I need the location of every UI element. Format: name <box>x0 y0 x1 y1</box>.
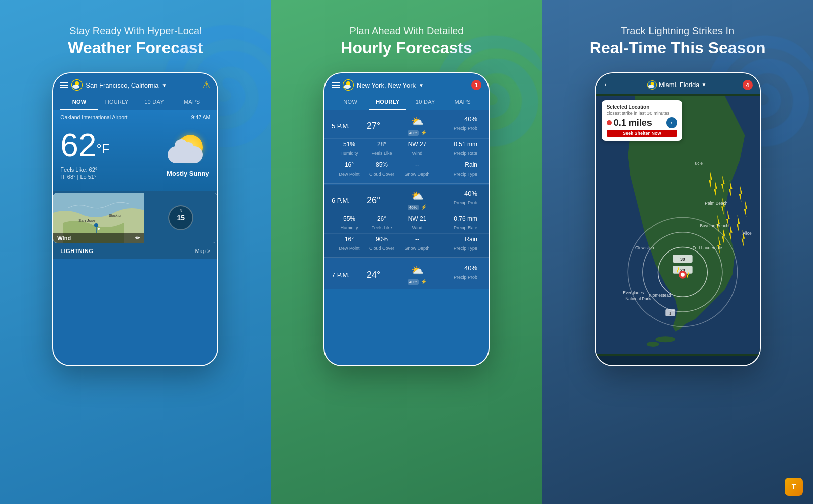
icon-7pm: ⛅ 40% ⚡ <box>397 264 437 285</box>
app-logo <box>71 79 83 91</box>
condition-text: Mostly Sunny <box>165 170 210 177</box>
svg-point-16 <box>646 342 659 347</box>
map-thumbnail[interactable]: San Jose Stockton Wind ✏ <box>53 193 144 243</box>
header-left: San Francisco, California ▼ <box>60 79 167 91</box>
temp-section: 62°F Feels Like: 62° Hi 68° | Lo 51° Mos… <box>60 124 210 185</box>
tab-hourly-2[interactable]: HOURLY <box>369 95 407 110</box>
phone-1: San Francisco, California ▼ ⚠ NOW HOURLY… <box>52 72 218 366</box>
precip-type-6pm: Rain Precip Type <box>437 236 477 252</box>
tab-now-1[interactable]: NOW <box>60 95 98 110</box>
app-header-2: New York, New York ▼ 1 <box>324 73 489 95</box>
panel-lightning: 🌀 Track Lightning Strikes In Real-Time T… <box>542 0 813 504</box>
wind-text: Wind <box>57 235 71 241</box>
precip-6pm: 40% Precip Prob <box>437 190 477 211</box>
alert-badge-2[interactable]: 1 <box>471 80 481 90</box>
wind-section: San Jose Stockton Wind ✏ N <box>53 191 217 243</box>
location-dropdown-icon-2[interactable]: ▼ <box>419 82 424 88</box>
location-label-2[interactable]: New York, New York <box>357 81 416 89</box>
svg-text:Homestead: Homestead <box>649 293 671 298</box>
hourly-row-6pm-main: 6 P.M. 26° ⛅ 40% ⚡ 40% Precip Prob <box>324 185 489 213</box>
tab-10day-1[interactable]: 10 DAY <box>135 95 173 110</box>
tab-10day-2[interactable]: 10 DAY <box>406 95 444 110</box>
weather-content-1: Oakland International Airport 9:47 AM 62… <box>53 110 217 191</box>
svg-text:Stockton: Stockton <box>109 214 122 217</box>
precip-badge-6pm: 40% <box>408 205 419 210</box>
time-label: 9:47 AM <box>191 114 211 120</box>
location-bar: Oakland International Airport 9:47 AM <box>60 114 210 120</box>
back-button[interactable]: ← <box>603 79 612 90</box>
alert-icon-1[interactable]: ⚠ <box>202 79 210 91</box>
menu-icon[interactable] <box>60 82 68 88</box>
tab-maps-2[interactable]: MAPS <box>444 95 482 110</box>
time-7pm: 7 P.M. <box>332 271 367 279</box>
strike-alert: Selected Location closest strike in last… <box>602 100 682 141</box>
tab-hourly-1[interactable]: HOURLY <box>98 95 136 110</box>
svg-point-39 <box>681 273 685 277</box>
cloud-5pm: 85% Cloud Cover <box>367 161 397 178</box>
app-header-1: San Francisco, California ▼ ⚠ <box>53 73 217 95</box>
lightning-map-link[interactable]: Map > <box>195 248 210 254</box>
selected-location-label: Selected Location <box>607 104 677 110</box>
svg-text:Palm Beach: Palm Beach <box>705 201 727 206</box>
sun-cloud-icon <box>165 132 210 167</box>
tab-maps-1[interactable]: MAPS <box>173 95 211 110</box>
alert-badge-3[interactable]: 4 <box>743 80 753 90</box>
location-label[interactable]: San Francisco, California <box>86 81 158 89</box>
phone-3: ← Miami, Florida ▼ 4 <box>595 72 761 366</box>
snow-6pm: -- Snow Depth <box>397 236 437 252</box>
hourly-row-5pm-detail2: 16° Dew Point 85% Cloud Cover -- Snow De… <box>324 159 489 183</box>
wind-5pm: NW 27 Wind <box>397 141 437 157</box>
compass-north: N <box>179 208 182 213</box>
wind-map-container: San Jose Stockton Wind ✏ N <box>53 193 217 243</box>
menu-icon-2[interactable] <box>332 82 340 88</box>
location-label-3[interactable]: Miami, Florida <box>659 81 700 89</box>
info-circle[interactable]: › <box>666 117 677 128</box>
red-dot-icon <box>607 120 612 125</box>
hourly-group-5pm: 5 P.M. 27° ⛅ 40% ⚡ 40% Precip Prob <box>324 110 489 184</box>
location-dropdown-icon[interactable]: ▼ <box>162 82 167 88</box>
svg-point-7 <box>98 228 100 230</box>
temp-6pm: 26° <box>367 195 397 206</box>
hourly-row-5pm-detail1: 51% Humidity 28° Feels Like NW 27 Wind <box>324 139 489 159</box>
edit-icon[interactable]: ✏ <box>135 235 140 241</box>
svg-text:Alice: Alice <box>742 231 751 236</box>
map-view[interactable]: 30 20 1 Clewiston Palm Be <box>596 94 760 356</box>
cloud-icon <box>168 146 203 163</box>
icon-5pm: ⛅ 40% ⚡ <box>397 115 437 136</box>
svg-text:ucie: ucie <box>695 161 703 166</box>
temp-5pm: 27° <box>367 121 397 131</box>
header-left-2: New York, New York ▼ <box>332 79 424 91</box>
humidity-6pm: 55% Humidity <box>332 215 367 231</box>
precip-5pm: 40% Precip Prob <box>437 115 477 136</box>
svg-text:National Park: National Park <box>625 296 651 301</box>
hourly-row-6pm-detail2: 16° Dew Point 90% Cloud Cover -- Snow De… <box>324 234 489 257</box>
weather-icon-container: Mostly Sunny <box>165 132 210 177</box>
svg-point-10 <box>344 85 351 89</box>
closest-label: closest strike in last 30 minutes: <box>607 111 677 116</box>
precip-rate-5pm: 0.51 mm Precip Rate <box>437 141 477 157</box>
hourly-table: 5 P.M. 27° ⛅ 40% ⚡ 40% Precip Prob <box>324 110 489 289</box>
precip-7pm: 40% Precip Prob <box>437 264 477 285</box>
temp-display: 62°F Feels Like: 62° Hi 68° | Lo 51° <box>60 129 109 180</box>
nav-tabs-2: NOW HOURLY 10 DAY MAPS <box>324 95 489 110</box>
svg-point-2 <box>72 85 79 89</box>
compass: N 15 <box>168 205 193 230</box>
svg-text:Everglades: Everglades <box>623 290 644 295</box>
dropdown-icon-3[interactable]: ▼ <box>702 82 707 88</box>
hourly-row-5pm-main: 5 P.M. 27° ⛅ 40% ⚡ 40% Precip Prob <box>324 110 489 139</box>
svg-text:San Jose: San Jose <box>78 218 96 223</box>
tab-now-2[interactable]: NOW <box>332 95 369 110</box>
lightning-bar: LIGHTNING Map > <box>53 243 217 259</box>
svg-text:Boynton Beach: Boynton Beach <box>700 223 728 228</box>
distance-text: 0.1 miles <box>614 118 652 128</box>
miles-container: 0.1 miles › <box>607 117 677 128</box>
svg-text:1: 1 <box>669 311 671 316</box>
icon-6pm: ⛅ 40% ⚡ <box>397 190 437 211</box>
wind-label: Wind ✏ <box>53 233 144 243</box>
svg-text:Clewiston: Clewiston <box>635 245 654 250</box>
hi-lo: Hi 68° | Lo 51° <box>60 174 109 180</box>
snow-5pm: -- Snow Depth <box>397 161 437 178</box>
panel-weather-forecast: 🌀 Stay Ready With Hyper-Local Weather Fo… <box>0 0 271 504</box>
map-header: ← Miami, Florida ▼ 4 <box>596 73 760 94</box>
app-store-logo[interactable]: T <box>785 478 803 496</box>
